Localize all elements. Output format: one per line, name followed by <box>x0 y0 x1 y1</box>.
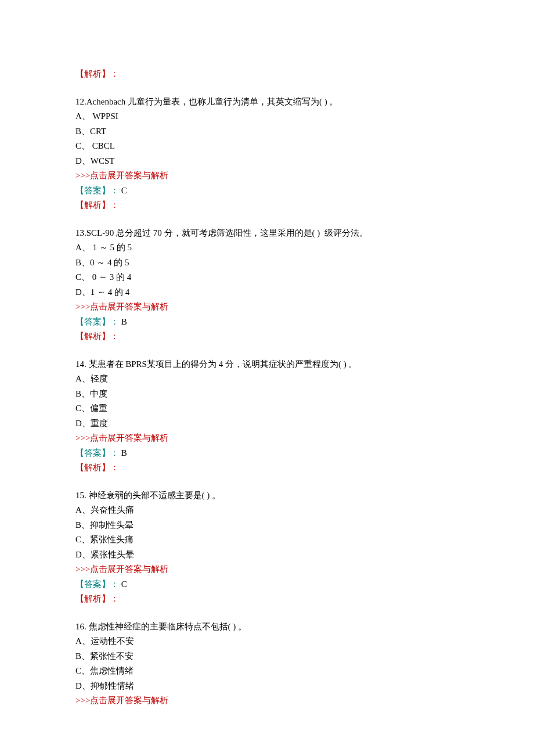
answer-label: 【答案】： <box>75 317 119 326</box>
option-c: C、紧张性头痛 <box>75 532 459 548</box>
answer-value: C <box>119 579 127 589</box>
option-c: C、偏重 <box>75 401 459 416</box>
question-number: 16. <box>75 622 86 631</box>
question-16: 16. 焦虑性神经症的主要临床特点不包括( ) 。 A、运动性不安 B、紧张性不… <box>75 620 459 708</box>
question-stem: 15. 神经衰弱的头部不适感主要是( ) 。 <box>75 488 459 503</box>
option-a: A、 1 ～ 5 的 5 <box>75 240 459 255</box>
analysis-label: 【解析】： <box>75 67 459 82</box>
question-text: 神经衰弱的头部不适感主要是( ) 。 <box>86 491 221 500</box>
option-d: D、抑郁性情绪 <box>75 679 459 694</box>
answer-value: C <box>119 186 127 195</box>
answer-value: B <box>119 317 127 326</box>
option-c: C、焦虑性情绪 <box>75 664 459 679</box>
question-text: 焦虑性神经症的主要临床特点不包括( ) 。 <box>86 622 247 631</box>
option-a: A、兴奋性头痛 <box>75 503 459 518</box>
question-text: SCL-90 总分超过 70 分，就可考虑筛选阳性，这里采用的是( ) 级评分法… <box>86 228 368 237</box>
analysis-label: 【解析】： <box>75 460 459 476</box>
question-stem: 12.Achenbach 儿童行为量表，也称儿童行为清单，其英文缩写为( ) 。 <box>75 95 459 110</box>
option-d: D、重度 <box>75 416 459 431</box>
question-stem: 14. 某患者在 BPRS某项目上的得分为 4 分，说明其症状的严重程度为( )… <box>75 357 459 372</box>
option-d: D、紧张性头晕 <box>75 548 459 563</box>
option-a: A、轻度 <box>75 372 459 387</box>
question-13: 13.SCL-90 总分超过 70 分，就可考虑筛选阳性，这里采用的是( ) 级… <box>75 226 459 344</box>
question-stem: 13.SCL-90 总分超过 70 分，就可考虑筛选阳性，这里采用的是( ) 级… <box>75 226 459 241</box>
option-d: D、1 ～ 4 的 4 <box>75 285 459 300</box>
analysis-label: 【解析】： <box>75 329 459 344</box>
answer-line: 【答案】： C <box>75 577 459 592</box>
answer-line: 【答案】： B <box>75 446 459 461</box>
question-text: 某患者在 BPRS某项目上的得分为 4 分，说明其症状的严重程度为( ) 。 <box>86 359 358 369</box>
option-b: B、紧张性不安 <box>75 649 459 664</box>
answer-label: 【答案】： <box>75 579 119 589</box>
expand-answer-link[interactable]: >>>点击展开答案与解析 <box>75 168 459 183</box>
question-number: 14. <box>75 359 86 369</box>
option-c: C、 0 ～ 3 的 4 <box>75 270 459 285</box>
analysis-label: 【解析】： <box>75 592 459 607</box>
answer-label: 【答案】： <box>75 186 119 195</box>
option-b: B、抑制性头晕 <box>75 518 459 533</box>
answer-label: 【答案】： <box>75 448 119 458</box>
question-number: 12. <box>75 97 86 106</box>
question-15: 15. 神经衰弱的头部不适感主要是( ) 。 A、兴奋性头痛 B、抑制性头晕 C… <box>75 488 459 607</box>
answer-line: 【答案】： B <box>75 315 459 330</box>
option-a: A、运动性不安 <box>75 634 459 649</box>
option-b: B、中度 <box>75 387 459 402</box>
answer-value: B <box>119 448 127 458</box>
intro-analysis-block: 【解析】： <box>75 67 459 82</box>
expand-answer-link[interactable]: >>>点击展开答案与解析 <box>75 693 459 708</box>
answer-line: 【答案】： C <box>75 183 459 199</box>
option-a: A、 WPPSI <box>75 109 459 124</box>
question-text: Achenbach 儿童行为量表，也称儿童行为清单，其英文缩写为( ) 。 <box>86 97 338 106</box>
expand-answer-link[interactable]: >>>点击展开答案与解析 <box>75 300 459 315</box>
question-14: 14. 某患者在 BPRS某项目上的得分为 4 分，说明其症状的严重程度为( )… <box>75 357 459 476</box>
option-b: B、CRT <box>75 124 459 139</box>
question-number: 15. <box>75 491 86 500</box>
option-d: D、WCST <box>75 154 459 169</box>
expand-answer-link[interactable]: >>>点击展开答案与解析 <box>75 562 459 577</box>
expand-answer-link[interactable]: >>>点击展开答案与解析 <box>75 431 459 446</box>
question-number: 13. <box>75 228 86 237</box>
question-stem: 16. 焦虑性神经症的主要临床特点不包括( ) 。 <box>75 620 459 635</box>
analysis-label: 【解析】： <box>75 198 459 213</box>
question-12: 12.Achenbach 儿童行为量表，也称儿童行为清单，其英文缩写为( ) 。… <box>75 95 459 213</box>
option-b: B、0 ～ 4 的 5 <box>75 255 459 271</box>
option-c: C、 CBCL <box>75 139 459 154</box>
